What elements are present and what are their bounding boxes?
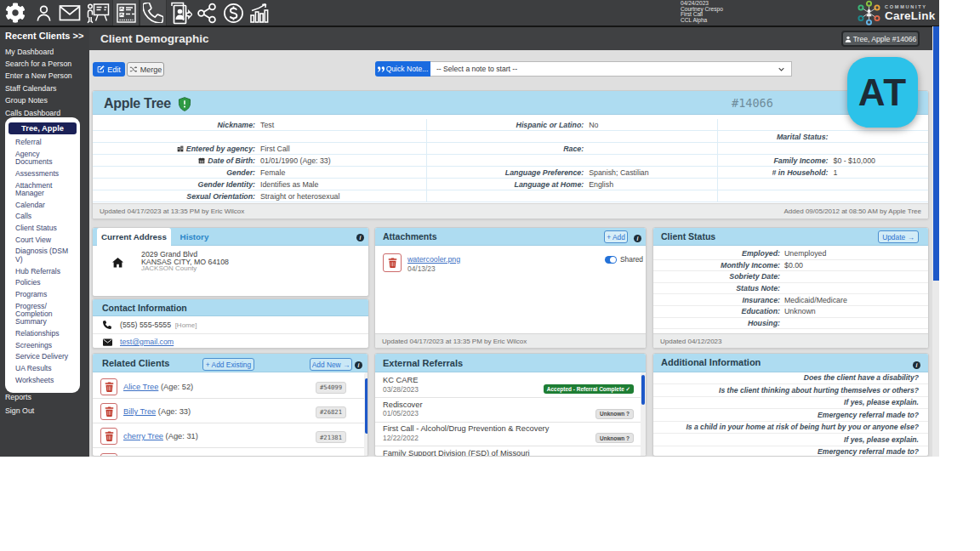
question-row: Is the client thinking about hurting the… xyxy=(653,384,928,397)
client-menu-item[interactable]: Court View xyxy=(5,235,80,247)
quick-note-button[interactable]: Quick Note... xyxy=(375,61,430,77)
field-value: Female xyxy=(260,168,285,177)
client-menu-item[interactable]: Policies xyxy=(5,277,80,289)
client-menu-item[interactable]: UA Results xyxy=(5,363,80,375)
shared-toggle[interactable] xyxy=(605,256,617,264)
delete-attachment-button[interactable] xyxy=(383,253,402,272)
page-scrollbar[interactable] xyxy=(932,26,939,457)
client-chip-button[interactable]: Tree, Apple #14066 xyxy=(841,31,920,47)
info-icon[interactable]: i xyxy=(634,235,641,242)
client-menu-item[interactable]: Assessments xyxy=(5,168,80,180)
recent-clients-header[interactable]: Recent Clients >> xyxy=(5,31,83,41)
tab-history[interactable]: History xyxy=(171,228,218,246)
referrals-scrollbar[interactable] xyxy=(641,372,646,457)
delete-related-button[interactable] xyxy=(100,428,117,445)
client-menu-item[interactable]: Diagnosis (DSM V) xyxy=(5,246,80,265)
related-client-age: (Age: 52) xyxy=(161,383,193,391)
note-select-value: -- Select a note to start -- xyxy=(436,65,517,73)
demographics-footer: Updated 04/17/2023 at 13:35 PM by Eric W… xyxy=(93,203,928,219)
shared-toggle-wrap: Shared xyxy=(605,255,643,264)
client-menu-item[interactable]: Referral xyxy=(5,137,80,149)
client-menu-item[interactable]: Programs xyxy=(5,289,80,301)
reports-chart-icon[interactable] xyxy=(247,0,274,26)
sidebar-selected-client[interactable]: Tree, Apple xyxy=(9,122,77,134)
client-menu-item[interactable]: Screenings xyxy=(5,340,80,352)
client-chip-label: Tree, Apple #14066 xyxy=(853,35,917,43)
demo-cell xyxy=(427,190,717,202)
edit-button[interactable]: Edit xyxy=(93,62,125,77)
related-client-link[interactable]: Alice Tree xyxy=(123,383,158,391)
share-network-icon[interactable] xyxy=(194,0,219,26)
question-row: Emergency referral made to? xyxy=(653,409,928,422)
note-select-dropdown[interactable]: -- Select a note to start -- xyxy=(430,61,792,77)
field-label-text: Nickname: xyxy=(218,121,256,129)
related-client-id-badge: #54099 xyxy=(316,382,346,394)
field-value: 1 xyxy=(834,168,838,177)
update-status-button[interactable]: Update → xyxy=(878,230,919,243)
person-icon[interactable] xyxy=(31,0,56,26)
form-icon[interactable] xyxy=(112,0,140,26)
email-link[interactable]: test@gmail.com xyxy=(120,338,174,346)
client-menu-item[interactable]: Hub Referrals xyxy=(5,265,80,277)
client-menu-item[interactable]: Service Delivery xyxy=(5,351,80,363)
client-menu-item[interactable]: Calendar xyxy=(5,200,80,212)
client-menu-item[interactable]: Attachment Manager xyxy=(5,179,80,199)
sidebar-item[interactable]: Group Notes xyxy=(5,95,88,107)
contact-title: Contact Information xyxy=(102,303,187,313)
client-menu-item[interactable]: Calls xyxy=(5,211,80,223)
client-header-band: Apple Tree #14066 xyxy=(93,91,928,115)
related-client-link[interactable]: Billy Tree xyxy=(123,407,156,416)
merge-shuffle-icon xyxy=(129,65,138,73)
demo-cell xyxy=(718,143,929,154)
sidebar-item[interactable]: Search for a Person xyxy=(5,58,88,70)
related-scrollbar[interactable] xyxy=(364,372,368,457)
info-icon[interactable]: i xyxy=(913,361,920,369)
demographics-row: Entered by agency: First Call Race: xyxy=(93,143,928,155)
sidebar-footer-item[interactable]: Sign Out xyxy=(5,405,88,418)
info-icon[interactable]: i xyxy=(356,234,364,241)
client-menu-item[interactable]: Relationships xyxy=(5,328,80,340)
client-menu-item[interactable]: Progress/ Completion Summary xyxy=(5,300,80,328)
presentation-icon[interactable] xyxy=(84,0,111,26)
referral-name: KC CARE xyxy=(383,376,646,384)
client-menu-item[interactable]: Worksheets xyxy=(5,375,80,387)
mail-icon[interactable] xyxy=(56,0,83,26)
status-label: Employed: xyxy=(653,249,780,258)
merge-button-label: Merge xyxy=(140,65,162,74)
referral-row: Rediscover 01/05/2023 Unknown ? xyxy=(375,398,646,423)
sidebar-item[interactable]: My Dashboard xyxy=(5,46,88,58)
status-row: Monthly Income: $0.00 xyxy=(653,260,928,272)
phone-small-icon xyxy=(103,321,120,329)
edit-pencil-icon xyxy=(97,65,105,73)
sidebar-item[interactable]: Enter a New Person xyxy=(5,71,88,82)
status-row: Education: Unknown xyxy=(653,306,928,318)
delete-related-button[interactable] xyxy=(100,403,117,420)
additional-information-card: Additional Information i Does the client… xyxy=(652,353,929,457)
attachment-file-link[interactable]: watercooler.png xyxy=(407,255,460,264)
add-attachment-button[interactable]: + Add xyxy=(604,230,628,243)
alert-shield-icon[interactable] xyxy=(178,97,191,111)
related-client-link[interactable]: cherry Tree xyxy=(123,432,163,440)
page-scrollbar-thumb[interactable] xyxy=(933,26,939,281)
referral-row: KC CARE 03/28/2023 Accepted - Referral C… xyxy=(375,374,646,399)
settings-gear-icon[interactable] xyxy=(2,0,29,26)
billing-dollar-icon[interactable] xyxy=(219,0,247,26)
add-existing-button[interactable]: + Add Existing xyxy=(202,358,254,371)
delete-related-button[interactable] xyxy=(100,378,117,395)
tab-current-address[interactable]: Current Address xyxy=(97,228,171,246)
add-new-button[interactable]: Add New → xyxy=(310,358,352,371)
sidebar-item[interactable]: Staff Calendars xyxy=(5,82,88,94)
demo-cell xyxy=(427,131,717,142)
carelink-logo: COMMUNITY CareLink xyxy=(856,0,935,26)
merge-button[interactable]: Merge xyxy=(127,62,164,77)
external-referrals-card: External Referrals KC CARE 03/28/2023 Ac… xyxy=(374,353,647,457)
delete-related-button[interactable] xyxy=(100,453,117,457)
info-icon[interactable]: i xyxy=(355,361,362,369)
field-label: Entered by agency: xyxy=(93,145,255,153)
client-menu-item[interactable]: Agency Documents xyxy=(5,149,80,168)
phone-icon[interactable] xyxy=(140,0,167,26)
referral-contact-icon[interactable] xyxy=(167,0,194,26)
trash-icon xyxy=(105,382,114,392)
sidebar-footer-item[interactable]: Reports xyxy=(5,391,88,405)
client-menu-item[interactable]: Client Status xyxy=(5,223,80,235)
